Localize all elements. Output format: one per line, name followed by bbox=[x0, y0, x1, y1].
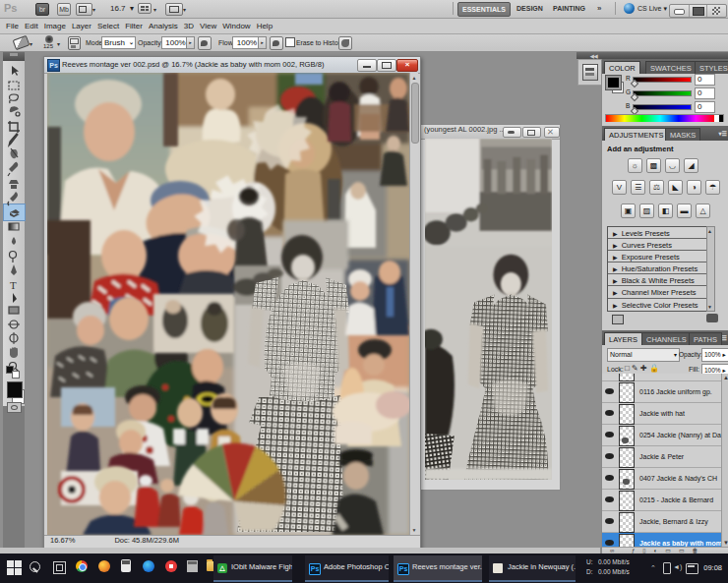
svg-text:T: T bbox=[10, 279, 17, 291]
